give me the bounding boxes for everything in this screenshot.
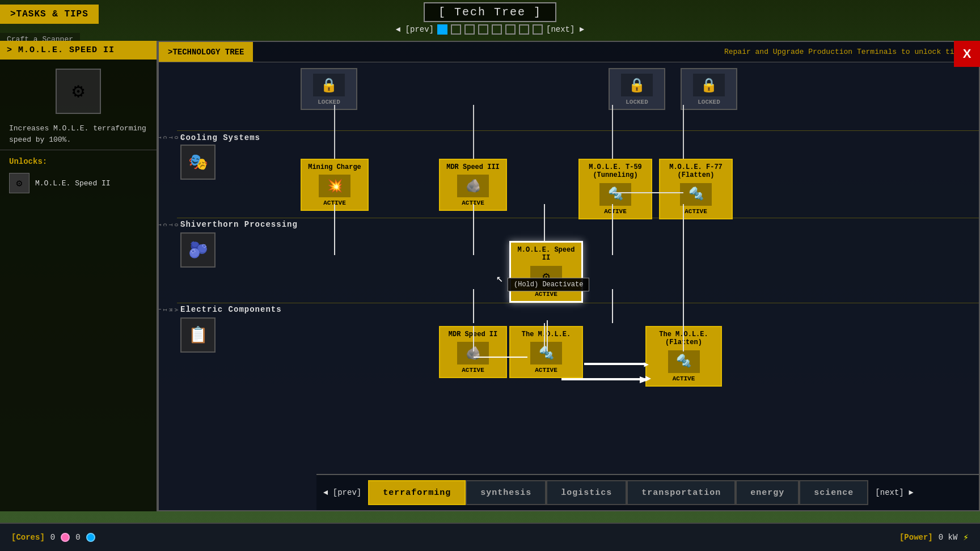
left-panel: > M.O.L.E. SPEED II ⚙️ Increases M.O.L.E… xyxy=(0,41,158,511)
section-divider-3 xyxy=(177,303,979,303)
arrow-connector: ▶ xyxy=(584,363,645,365)
tab-prev-button[interactable]: ◄ [prev] xyxy=(316,488,368,497)
unlocks-label: Unlocks: xyxy=(0,150,157,168)
cores-val-2: 0 xyxy=(75,533,80,542)
top-next-button[interactable]: [next] ► xyxy=(546,25,584,34)
the-mole-img: 🔩 xyxy=(530,342,562,364)
mole-t59-name: M.O.L.E. T-59 (Tunneling) xyxy=(583,163,648,180)
tech-content: VICTOR Cooling Systems Shiverthorn Proce… xyxy=(159,62,979,510)
top-prev-button[interactable]: ◄ [prev] xyxy=(396,25,434,34)
victor-row-2: VICTOR xyxy=(159,218,176,308)
locked-icon-3: 🔒 xyxy=(693,74,725,96)
mole-t59-status: ACTIVE xyxy=(604,208,627,215)
mole-t59-img: 🔩 xyxy=(599,183,631,206)
mole-f77-name: M.O.L.E. F-77 (Flatten) xyxy=(664,163,728,180)
shiverthorn-item: 🫐 xyxy=(180,232,216,268)
mdr-speed-2-node[interactable]: MDR Speed II 🪨 ACTIVE xyxy=(439,326,507,378)
tab-terraforming[interactable]: terraforming xyxy=(368,480,466,505)
power-icon: ⚡ xyxy=(963,532,969,543)
dot-2[interactable] xyxy=(451,24,461,35)
main-panel: >TECHNOLOGY TREE Repair and Upgrade Prod… xyxy=(158,41,980,511)
mdr-speed-3-name: MDR Speed III xyxy=(446,163,500,171)
tab-energy[interactable]: energy xyxy=(736,480,799,505)
mining-charge-img: 💥 xyxy=(319,175,350,197)
the-mole-node[interactable]: The M.O.L.E. 🔩 ACTIVE xyxy=(509,326,583,378)
cores-val-1: 0 xyxy=(50,533,55,542)
cores-section: [Cores] 0 0 xyxy=(0,533,888,542)
mole-f77-img: 🔩 xyxy=(680,183,712,206)
locked-status-2: LOCKED xyxy=(626,99,648,105)
dot-6[interactable] xyxy=(505,24,516,35)
dot-5[interactable] xyxy=(492,24,502,35)
core-dot-pink xyxy=(61,533,70,542)
tab-science[interactable]: science xyxy=(799,480,868,505)
locked-node-2[interactable]: 🔒 LOCKED xyxy=(609,68,665,110)
tab-transportation[interactable]: transportation xyxy=(627,480,736,505)
tab-next-button[interactable]: [next] ► xyxy=(868,488,920,497)
mole-flatten-img: 🔩 xyxy=(668,350,700,373)
dot-8[interactable] xyxy=(533,24,543,35)
mole-f77-status: ACTIVE xyxy=(685,208,707,215)
cores-label: [Cores] xyxy=(11,533,45,542)
mining-charge-status: ACTIVE xyxy=(323,200,346,206)
close-button[interactable]: X xyxy=(954,41,980,67)
electric-label: Electric Components xyxy=(180,305,282,314)
cursor-arrow: ↖ xyxy=(496,271,503,285)
cooling-item: 🎭 xyxy=(180,145,216,180)
locked-icon-2: 🔒 xyxy=(621,74,653,96)
mole-speed-2-status: ACTIVE xyxy=(535,291,557,298)
lima-row: LIMA xyxy=(159,303,176,393)
mdr-speed-3-img: 🪨 xyxy=(457,175,489,197)
mole-speed-2-name: M.O.L.E. Speed II xyxy=(514,246,578,262)
tab-synthesis[interactable]: synthesis xyxy=(466,480,546,505)
core-dot-blue xyxy=(86,533,95,542)
unlock-item-icon: ⚙️ xyxy=(9,173,29,193)
mole-flatten-node[interactable]: The M.O.L.E. (Flatten) 🔩 ACTIVE xyxy=(645,326,722,387)
top-center: [ Tech Tree ] ◄ [prev] [next] ► xyxy=(396,2,584,35)
mining-charge-name: Mining Charge xyxy=(308,163,361,171)
tech-header-title: >TECHNOLOGY TREE xyxy=(159,42,253,62)
mdr-speed-2-name: MDR Speed II xyxy=(449,330,497,338)
mdr-speed-3-node[interactable]: MDR Speed III 🪨 ACTIVE xyxy=(439,159,507,211)
power-value: 0 kW xyxy=(939,533,958,542)
shiverthorn-label: Shiverthorn Processing xyxy=(180,220,298,229)
tab-logistics[interactable]: logistics xyxy=(546,480,627,505)
dot-4[interactable] xyxy=(478,24,488,35)
mdr-speed-3-status: ACTIVE xyxy=(462,200,484,206)
locked-status-3: LOCKED xyxy=(698,99,720,105)
the-mole-status: ACTIVE xyxy=(535,367,557,374)
mole-flatten-name: The M.O.L.E. (Flatten) xyxy=(650,330,717,347)
locked-icon-1: 🔒 xyxy=(313,74,345,96)
mole-speed-2-node[interactable]: M.O.L.E. Speed II ⚙️ ACTIVE xyxy=(509,241,583,303)
deactivate-tooltip: (Hold) Deactivate xyxy=(508,278,589,291)
item-description: Increases M.O.L.E. terraforming speed by… xyxy=(0,118,157,150)
status-bar: [Cores] 0 0 [Power] 0 kW ⚡ xyxy=(0,523,980,551)
pagination-dots: ◄ [prev] [next] ► xyxy=(396,24,584,35)
top-bar: >TASKS & TIPS [ Tech Tree ] ◄ [prev] [ne… xyxy=(0,0,980,36)
tech-header-info: Repair and Upgrade Production Terminals … xyxy=(253,48,979,56)
electric-item: 📋 xyxy=(180,317,216,353)
mole-f77-node[interactable]: M.O.L.E. F-77 (Flatten) 🔩 ACTIVE xyxy=(659,159,733,219)
locked-node-1[interactable]: 🔒 LOCKED xyxy=(301,68,357,110)
item-preview-image: ⚙️ xyxy=(56,69,101,114)
unlock-item: ⚙️ M.O.L.E. Speed II xyxy=(0,168,157,198)
tasks-tips-button[interactable]: >TASKS & TIPS xyxy=(0,5,99,24)
power-section: [Power] 0 kW ⚡ xyxy=(888,532,980,543)
power-label: [Power] xyxy=(899,533,933,542)
mole-flatten-status: ACTIVE xyxy=(673,375,695,382)
bottom-tab-bar: ◄ [prev] terraforming synthesis logistic… xyxy=(316,474,979,510)
tech-tree-title: [ Tech Tree ] xyxy=(424,2,556,22)
the-mole-name: The M.O.L.E. xyxy=(522,330,571,338)
locked-node-3[interactable]: 🔒 LOCKED xyxy=(681,68,737,110)
mole-t59-node[interactable]: M.O.L.E. T-59 (Tunneling) 🔩 ACTIVE xyxy=(578,159,652,219)
locked-status-1: LOCKED xyxy=(318,99,340,105)
mdr-speed-2-status: ACTIVE xyxy=(462,367,484,374)
dot-1[interactable] xyxy=(437,24,447,35)
mining-charge-node[interactable]: Mining Charge 💥 ACTIVE xyxy=(301,159,369,211)
mdr-speed-2-img: 🪨 xyxy=(457,342,489,364)
section-divider-2 xyxy=(177,218,979,218)
dot-3[interactable] xyxy=(464,24,475,35)
cooling-systems-label: Cooling Systems xyxy=(180,133,260,142)
unlock-item-name: M.O.L.E. Speed II xyxy=(35,179,111,188)
dot-7[interactable] xyxy=(519,24,529,35)
